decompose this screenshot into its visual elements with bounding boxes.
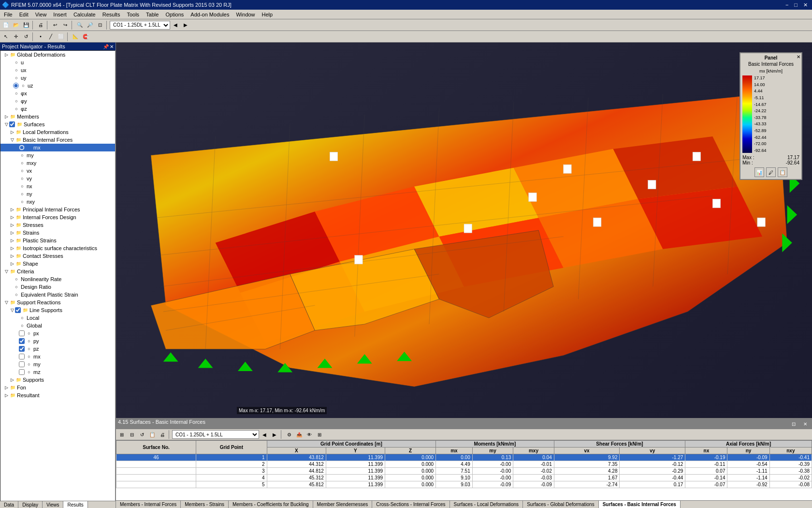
uz-radio[interactable] — [13, 83, 19, 89]
toggle-local-deformations[interactable]: ▷ — [9, 129, 15, 135]
table-row[interactable]: 46143.81211.3990.0000.000.130.049.92-1.2… — [116, 454, 812, 461]
close-button[interactable]: ✕ — [801, 2, 810, 8]
results-expand-button[interactable]: ⊡ — [789, 419, 798, 429]
toggle-stresses[interactable]: ▷ — [9, 222, 15, 228]
menu-window[interactable]: Window — [233, 11, 258, 18]
col-grid-point[interactable]: Grid Point — [196, 441, 267, 454]
zoom-out-button[interactable]: 🔎 — [85, 20, 95, 30]
toggle-line-supports[interactable]: ▽ — [9, 307, 15, 313]
tree-container[interactable]: ▷ 📁 Global Deformations ○ u ○ ux ○ uy — [0, 50, 116, 501]
menu-calculate[interactable]: Calculate — [71, 11, 99, 18]
minimize-button[interactable]: − — [783, 2, 791, 8]
nav-tab-views[interactable]: Views — [43, 501, 64, 508]
tree-uy[interactable]: ○ uy — [0, 74, 115, 82]
tree-design-ratio[interactable]: ○ Design Ratio — [0, 283, 115, 291]
tab-surfaces-global[interactable]: Surfaces - Global Deformations — [523, 501, 599, 508]
toggle-fon[interactable]: ▷ — [3, 385, 9, 390]
toggle-principal[interactable]: ▷ — [9, 207, 15, 212]
toggle-plastic-strains[interactable]: ▷ — [9, 238, 15, 243]
tree-sr-my[interactable]: ○ my — [0, 360, 115, 368]
nav-tab-data[interactable]: Data — [0, 501, 18, 508]
toggle-design[interactable]: ▷ — [9, 214, 15, 220]
tree-px[interactable]: ○ px — [0, 329, 115, 337]
tree-ny[interactable]: ○ ny — [0, 190, 115, 198]
toggle-supports[interactable]: ▷ — [9, 377, 15, 383]
legend-tb-2[interactable]: 🖊 — [766, 167, 776, 177]
line-button[interactable]: ╱ — [46, 32, 56, 42]
nav-tab-display[interactable]: Display — [18, 501, 43, 508]
results-tb-4[interactable]: 📋 — [147, 430, 157, 439]
tree-shape[interactable]: ▷ 📁 Shape — [0, 260, 115, 268]
toggle-global-deformations[interactable]: ▷ — [3, 52, 9, 58]
legend-close-button[interactable]: ✕ — [797, 54, 800, 60]
col-nxy[interactable]: nxy — [769, 448, 812, 454]
legend-tb-1[interactable]: 📊 — [754, 167, 764, 177]
tab-surfaces-local[interactable]: Surfaces - Local Deformations — [450, 501, 523, 508]
zoom-in-button[interactable]: 🔍 — [75, 20, 85, 30]
tree-u[interactable]: ○ u — [0, 59, 115, 66]
sr-my-checkbox[interactable] — [19, 361, 25, 367]
table-row[interactable]: 545.81211.3990.0009.03-0.09-0.09-2.740.1… — [116, 481, 812, 488]
snap-button[interactable]: 🧲 — [81, 32, 90, 42]
tree-equivalent-plastic[interactable]: ○ Equivalent Plastic Strain — [0, 291, 115, 299]
tree-nonlinearity[interactable]: ○ Nonlinearity Rate — [0, 275, 115, 283]
surface-button[interactable]: ⬜ — [56, 32, 66, 42]
menu-edit[interactable]: Edit — [16, 11, 31, 18]
tree-design-internal-forces[interactable]: ▷ 📁 Internal Forces Design — [0, 213, 115, 221]
toggle-shape[interactable]: ▷ — [9, 261, 15, 267]
rotate-button[interactable]: ↺ — [21, 32, 31, 42]
col-mxy[interactable]: mxy — [513, 448, 554, 454]
tree-members[interactable]: ▷ 📁 Members — [0, 113, 115, 120]
panel-pin-button[interactable]: 📌 — [103, 44, 109, 49]
toggle-strains[interactable]: ▷ — [9, 230, 15, 236]
px-checkbox[interactable] — [19, 330, 25, 336]
panel-close-button[interactable]: ✕ — [110, 44, 114, 49]
load-case-combo[interactable]: CO1 - 1.25DL + 1.5LL — [110, 21, 170, 30]
tree-py[interactable]: ○ py — [0, 337, 115, 345]
viewport[interactable]: ✕ Panel Basic Internal Forces mx [kNm/m]… — [116, 43, 812, 418]
toggle-isotropic[interactable]: ▷ — [9, 245, 15, 251]
results-close-button[interactable]: ✕ — [800, 419, 810, 429]
next-case-button[interactable]: ▶ — [181, 20, 190, 30]
tree-surfaces[interactable]: ▽ 📁 Surfaces — [0, 120, 115, 128]
table-row[interactable]: 344.81211.3990.0007.51-0.00-0.024.28-0.2… — [116, 468, 812, 475]
results-filter[interactable]: ⚙ — [284, 430, 294, 439]
tree-mx[interactable]: ● mx — [0, 144, 115, 151]
col-surface-no[interactable]: Surface No. — [116, 441, 196, 454]
legend-tb-3[interactable]: 📋 — [778, 167, 787, 177]
tree-vx[interactable]: ○ vx — [0, 167, 115, 175]
results-tb-2[interactable]: ⊟ — [127, 430, 137, 439]
tree-supports[interactable]: ▷ 📁 Supports — [0, 376, 115, 384]
col-vx[interactable]: vx — [554, 448, 620, 454]
col-shear[interactable]: Shear Forces [kN/m] — [554, 441, 685, 448]
results-next[interactable]: ▶ — [270, 430, 279, 439]
col-my[interactable]: my — [472, 448, 513, 454]
tree-plastic-strains[interactable]: ▷ 📁 Plastic Strains — [0, 237, 115, 244]
sr-mz-checkbox[interactable] — [19, 369, 25, 375]
toggle-contact-stresses[interactable]: ▷ — [9, 253, 15, 259]
menu-insert[interactable]: Insert — [50, 11, 70, 18]
line-supports-checkbox[interactable] — [15, 307, 21, 313]
tree-nx[interactable]: ○ nx — [0, 182, 115, 190]
tree-vy[interactable]: ○ vy — [0, 175, 115, 182]
tree-nxy[interactable]: ○ nxy — [0, 198, 115, 206]
results-table[interactable]: Surface No. Grid Point Grid Point Coordi… — [116, 440, 812, 500]
tree-local-deformations[interactable]: ▷ 📁 Local Deformations — [0, 128, 115, 136]
results-view[interactable]: 👁 — [304, 430, 314, 439]
table-row[interactable]: 445.31211.3990.0009.10-0.00-0.031.67-0.4… — [116, 475, 812, 481]
py-checkbox[interactable] — [19, 338, 25, 344]
toggle-resultant[interactable]: ▷ — [3, 392, 9, 398]
node-button[interactable]: • — [36, 32, 45, 42]
results-prev[interactable]: ◀ — [260, 430, 269, 439]
tree-local[interactable]: ○ Local — [0, 314, 115, 322]
col-ny[interactable]: ny — [727, 448, 769, 454]
nav-tab-results[interactable]: Results — [63, 501, 87, 508]
tree-fon[interactable]: ▷ 📁 Fon — [0, 384, 115, 391]
tree-global-deformations[interactable]: ▷ 📁 Global Deformations — [0, 51, 115, 59]
tree-phix[interactable]: ○ φx — [0, 90, 115, 97]
undo-button[interactable]: ↩ — [50, 20, 60, 30]
col-axial[interactable]: Axial Forces [kN/m] — [685, 441, 812, 448]
tree-phiz[interactable]: ○ φz — [0, 105, 115, 113]
menu-file[interactable]: File — [1, 11, 15, 18]
zoom-all-button[interactable]: ⊡ — [95, 20, 105, 30]
